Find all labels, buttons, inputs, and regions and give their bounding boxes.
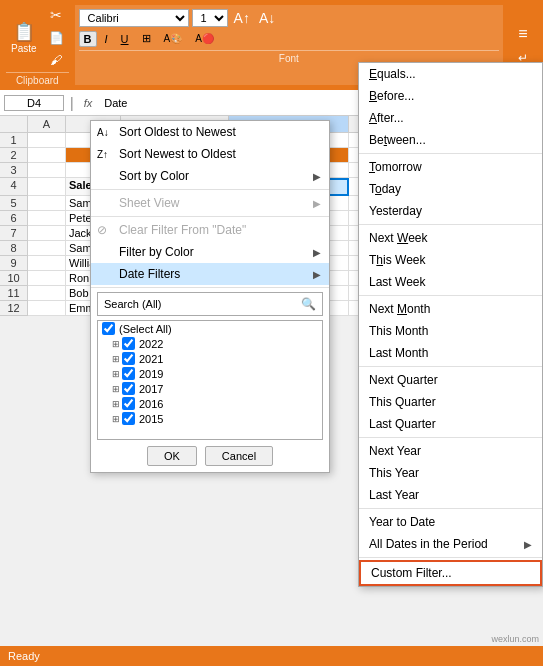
- last-month-label: Last Month: [369, 346, 428, 360]
- select-all-checkbox[interactable]: [102, 322, 115, 335]
- increase-font-button[interactable]: A↑: [231, 9, 253, 27]
- submenu-separator: [359, 224, 542, 225]
- custom-filter-label: Custom Filter...: [371, 566, 452, 580]
- grid-cell[interactable]: [28, 148, 66, 163]
- list-item[interactable]: ⊞ 2017: [98, 381, 322, 396]
- year-2015-checkbox[interactable]: [122, 412, 135, 425]
- grid-cell[interactable]: [28, 133, 66, 148]
- tree-toggle-icon[interactable]: ⊞: [112, 339, 120, 349]
- next-year-item[interactable]: Next Year: [359, 440, 542, 462]
- year-2016-checkbox[interactable]: [122, 397, 135, 410]
- equals-item[interactable]: Equals...: [359, 63, 542, 85]
- today-item[interactable]: Today: [359, 178, 542, 200]
- last-month-item[interactable]: Last Month: [359, 342, 542, 364]
- last-year-item[interactable]: Last Year: [359, 484, 542, 506]
- date-filters-item[interactable]: Date Filters ▶: [91, 263, 329, 285]
- list-item[interactable]: ⊞ 2016: [98, 396, 322, 411]
- paste-button[interactable]: 📋 Paste: [6, 18, 42, 57]
- col-header-a[interactable]: A: [28, 116, 66, 132]
- list-item[interactable]: (Select All): [98, 321, 322, 336]
- italic-button[interactable]: I: [100, 31, 113, 47]
- sort-newest-oldest-item[interactable]: Z↑ Sort Newest to Oldest: [91, 143, 329, 165]
- list-item[interactable]: ⊞ 2021: [98, 351, 322, 366]
- grid-cell[interactable]: [28, 286, 66, 301]
- grid-cell[interactable]: [28, 196, 66, 211]
- this-year-item[interactable]: This Year: [359, 462, 542, 484]
- ok-button[interactable]: OK: [147, 446, 197, 466]
- checkbox-list[interactable]: (Select All) ⊞ 2022 ⊞ 2021 ⊞ 2019 ⊞ 2017…: [97, 320, 323, 440]
- this-month-item[interactable]: This Month: [359, 320, 542, 342]
- between-item[interactable]: Between...: [359, 129, 542, 151]
- last-quarter-item[interactable]: Last Quarter: [359, 413, 542, 435]
- submenu-separator: [359, 295, 542, 296]
- grid-cell[interactable]: [28, 256, 66, 271]
- grid-cell[interactable]: [28, 226, 66, 241]
- next-month-item[interactable]: Next Month: [359, 298, 542, 320]
- list-item[interactable]: ⊞ 2015: [98, 411, 322, 426]
- this-week-item[interactable]: This Week: [359, 249, 542, 271]
- tomorrow-item[interactable]: Tomorrow: [359, 156, 542, 178]
- this-quarter-label: This Quarter: [369, 395, 436, 409]
- fill-color-button[interactable]: A🎨: [159, 31, 188, 46]
- decrease-font-button[interactable]: A↓: [256, 9, 278, 27]
- align-button[interactable]: ≡: [513, 22, 532, 46]
- font-row-1: Calibri 12 A↑ A↓: [79, 9, 499, 27]
- bold-button[interactable]: B: [79, 31, 97, 47]
- year-2017-checkbox[interactable]: [122, 382, 135, 395]
- tree-toggle-icon[interactable]: ⊞: [112, 399, 120, 409]
- clear-filter-item[interactable]: ⊘ Clear Filter From "Date": [91, 219, 329, 241]
- name-box[interactable]: D4: [4, 95, 64, 111]
- before-item[interactable]: Before...: [359, 85, 542, 107]
- format-painter-button[interactable]: 🖌: [44, 50, 69, 70]
- row-number: 8: [0, 241, 28, 256]
- clipboard-section: 📋 Paste ✂ 📄 🖌 Clipboard: [6, 4, 69, 86]
- font-name-select[interactable]: Calibri: [79, 9, 189, 27]
- yesterday-item[interactable]: Yesterday: [359, 200, 542, 222]
- sort-oldest-newest-item[interactable]: A↓ Sort Oldest to Newest: [91, 121, 329, 143]
- year-2019-checkbox[interactable]: [122, 367, 135, 380]
- tree-toggle-icon[interactable]: ⊞: [112, 369, 120, 379]
- font-size-select[interactable]: 12: [192, 9, 228, 27]
- font-color-button[interactable]: A🔴: [190, 31, 219, 46]
- last-week-item[interactable]: Last Week: [359, 271, 542, 293]
- custom-filter-item[interactable]: Custom Filter...: [359, 560, 542, 586]
- next-quarter-item[interactable]: Next Quarter: [359, 369, 542, 391]
- submenu-separator: [359, 508, 542, 509]
- formula-separator: |: [68, 95, 76, 111]
- grid-cell[interactable]: [28, 163, 66, 178]
- search-input[interactable]: [104, 298, 301, 310]
- all-dates-item[interactable]: All Dates in the Period ▶: [359, 533, 542, 555]
- grid-cell[interactable]: [28, 271, 66, 286]
- list-item[interactable]: ⊞ 2019: [98, 366, 322, 381]
- underline-button[interactable]: U: [116, 31, 134, 47]
- grid-cell[interactable]: [28, 211, 66, 226]
- grid-cell[interactable]: [28, 301, 66, 316]
- sort-by-color-item[interactable]: Sort by Color ▶: [91, 165, 329, 187]
- tree-toggle-icon[interactable]: ⊞: [112, 354, 120, 364]
- clear-filter-icon: ⊘: [97, 223, 107, 237]
- cancel-button[interactable]: Cancel: [205, 446, 273, 466]
- year-2022-checkbox[interactable]: [122, 337, 135, 350]
- this-quarter-item[interactable]: This Quarter: [359, 391, 542, 413]
- list-item[interactable]: ⊞ 2022: [98, 336, 322, 351]
- filter-by-color-item[interactable]: Filter by Color ▶: [91, 241, 329, 263]
- next-week-item[interactable]: Next Week: [359, 227, 542, 249]
- year-2019-label: 2019: [139, 368, 163, 380]
- cut-button[interactable]: ✂: [44, 4, 69, 26]
- sort-asc-icon: A↓: [97, 127, 109, 138]
- year-2021-checkbox[interactable]: [122, 352, 135, 365]
- border-button[interactable]: ⊞: [137, 30, 156, 47]
- grid-cell[interactable]: [28, 241, 66, 256]
- sheet-view-item[interactable]: Sheet View ▶: [91, 192, 329, 214]
- grid-cell[interactable]: [28, 178, 66, 196]
- tree-toggle-icon[interactable]: ⊞: [112, 384, 120, 394]
- copy-button[interactable]: 📄: [44, 28, 69, 48]
- after-label: After...: [369, 111, 404, 125]
- year-to-date-item[interactable]: Year to Date: [359, 511, 542, 533]
- search-button[interactable]: 🔍: [301, 297, 316, 311]
- next-quarter-label: Next Quarter: [369, 373, 438, 387]
- tree-toggle-icon[interactable]: ⊞: [112, 414, 120, 424]
- after-item[interactable]: After...: [359, 107, 542, 129]
- sort-desc-icon: Z↑: [97, 149, 108, 160]
- submenu-separator: [359, 153, 542, 154]
